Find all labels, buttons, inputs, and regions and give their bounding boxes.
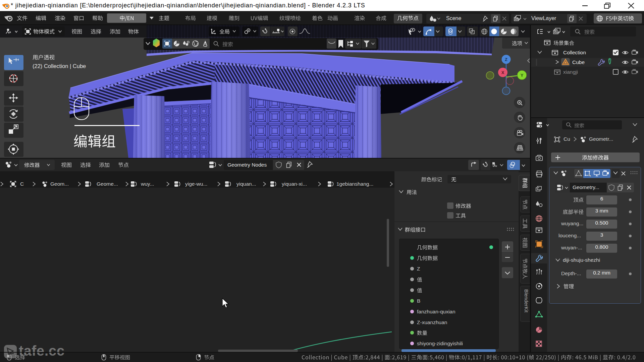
svg-text:Z: Z: [505, 57, 507, 62]
svg-text:X: X: [501, 70, 504, 75]
svg-text:Y: Y: [521, 73, 524, 78]
